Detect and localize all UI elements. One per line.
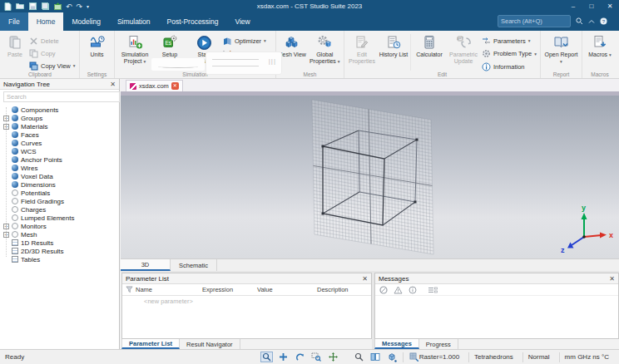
viewport-3d[interactable]: y x z [121,96,619,258]
qat-customize-icon[interactable]: ▾ [87,2,89,11]
document-tab-close-icon[interactable]: ✕ [171,82,179,90]
delete-button[interactable]: Delete [28,36,75,46]
tree-item[interactable]: + Faces [0,130,119,139]
undo-icon[interactable]: ↶ [66,2,72,11]
zoom-window-tool-icon[interactable] [310,352,323,362]
message-list-icon[interactable] [428,283,438,298]
tree-item[interactable]: + Groups [0,114,119,122]
copy-button[interactable]: Copy [28,48,75,58]
bounding-box-icon[interactable] [386,352,399,362]
tree-item[interactable]: + Components [0,106,119,114]
save-all-icon[interactable] [41,2,49,11]
tree-item[interactable]: + Curves [0,139,119,147]
tree-item[interactable]: + Monitors [0,222,119,230]
open-folder-icon[interactable] [16,2,24,11]
tab-progress[interactable]: Progress [419,339,458,349]
search-input[interactable] [498,15,571,27]
tab-schematic[interactable]: Schematic [171,259,217,271]
column-expression[interactable]: Expression [202,286,257,293]
quick-access-toolbar: ↶ ↷ ▾ [0,2,89,11]
tree-search-input[interactable] [3,91,120,102]
tab-3d[interactable]: 3D [121,259,171,271]
tree-item[interactable]: + Potentials [0,189,119,197]
tree-item[interactable]: + Field Gradings [0,197,119,205]
navigation-tree-close-icon[interactable]: ✕ [110,81,116,88]
edit-properties-button[interactable]: Edit Properties [345,32,379,65]
new-parameter-row[interactable]: <new parameter> [122,296,371,306]
units-button[interactable]: Units [82,32,112,58]
global-properties-button[interactable]: Global Properties ▾ [307,32,343,65]
parameter-list-close-icon[interactable]: ✕ [362,275,368,283]
menu-tab[interactable]: Simulation [109,12,159,31]
open-report-button[interactable]: Open Report ▾ [543,32,580,65]
menu-tab[interactable]: Post-Processing [159,12,227,31]
tab-messages[interactable]: Messages [374,339,419,349]
zoom-tool-icon[interactable] [353,352,365,362]
filter-icon[interactable] [122,286,136,293]
menu-tab[interactable]: Home [28,12,64,31]
minimize-button[interactable]: – [564,0,582,12]
optimizer-button[interactable]: Optimizer ▾ [222,36,274,46]
collapse-ribbon-icon[interactable] [588,19,595,24]
column-description[interactable]: Description [317,286,371,293]
tree-item[interactable]: + Wires [0,164,119,172]
errors-filter-icon[interactable] [379,283,388,298]
column-name[interactable]: Name [136,286,202,293]
status-bar: Ready Raster=1.000 Tetrahedrons Normal m… [0,349,619,364]
save-icon[interactable] [28,2,37,11]
messages-close-icon[interactable]: ✕ [609,275,615,283]
macros-button[interactable]: Macros ▾ [585,32,615,58]
menu-tab[interactable]: View [226,12,258,31]
tree-item[interactable]: + Voxel Data [0,172,119,180]
parametric-update-button[interactable]: a=? Parametric Update [446,32,481,65]
tree-item[interactable]: + 2D/3D Results [0,247,119,255]
maximize-button[interactable]: □ [582,0,601,12]
raster-value: Raster=1.000 [419,353,459,361]
tree-item[interactable]: + Tables [0,255,119,263]
dynamic-pan-tool-icon[interactable] [327,352,339,362]
paste-button[interactable]: Paste [2,32,28,58]
info-filter-icon[interactable] [409,283,417,298]
tree-item-label: Monitors [21,223,47,230]
history-list-button[interactable]: History List [379,32,409,58]
column-value[interactable]: Value [257,286,317,293]
mode-cell[interactable]: Normal [522,352,555,362]
new-parameter-label: <new parameter> [144,298,193,305]
parameters-button[interactable]: Parameters ▾ [481,36,539,46]
tree-item[interactable]: + 1D Results [0,239,119,247]
optimizer-icon [222,36,232,46]
raster-cell[interactable]: Raster=1.000 [403,352,464,362]
tree-item[interactable]: + Charges [0,205,119,214]
warnings-filter-icon[interactable] [394,283,403,298]
pick-zoom-tool-icon[interactable] [260,352,273,362]
tree-item-icon [12,181,18,188]
search-icon[interactable] [576,17,583,25]
tree-item[interactable]: + Mesh [0,230,119,239]
new-file-icon[interactable] [3,2,12,11]
problem-type-button[interactable]: Problem Type ▾ [481,49,539,59]
units-cell[interactable]: mm GHz ns °C [559,352,614,362]
calculator-button[interactable]: Calculator [413,32,446,58]
tab-parameter-list[interactable]: Parameter List [121,339,180,349]
vertical-splitter[interactable] [372,273,374,349]
document-tab[interactable]: xsdax.com ✕ [126,80,183,91]
close-button[interactable]: ✕ [601,0,619,12]
pan-tool-icon[interactable] [277,352,290,362]
help-icon[interactable]: ? [600,17,607,25]
tree-item[interactable]: + WCS [0,147,119,155]
rotate-tool-icon[interactable] [294,352,306,362]
redo-icon[interactable]: ↷ [77,2,83,11]
tree-item[interactable]: + Anchor Points [0,155,119,164]
split-view-icon[interactable] [369,352,382,362]
tab-result-navigator[interactable]: Result Navigator [180,339,240,349]
publish-icon[interactable] [53,2,62,11]
mesh-type-cell[interactable]: Tetrahedrons [468,352,518,362]
tree-item[interactable]: + Lumped Elements [0,214,119,222]
menu-tab[interactable]: File [0,12,28,31]
simulation-project-button[interactable]: Simulation Project ▾ [116,32,154,65]
tree-item[interactable]: + Materials [0,122,119,130]
information-button[interactable]: Information [481,61,539,71]
menu-tab[interactable]: Modeling [63,12,109,31]
copy-view-button[interactable]: Copy View ▾ [28,61,75,71]
tree-item[interactable]: + Dimensions [0,180,119,189]
